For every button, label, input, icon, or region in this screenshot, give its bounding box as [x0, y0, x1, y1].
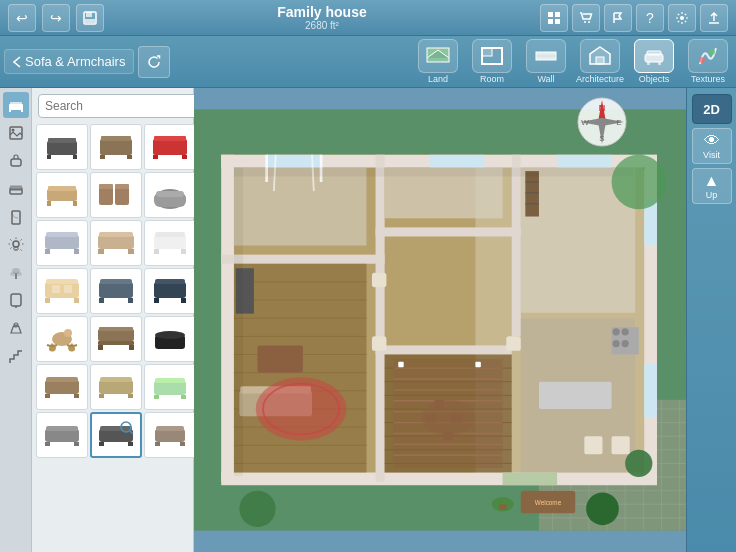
furniture-item[interactable]: [36, 220, 88, 266]
furniture-item[interactable]: [36, 124, 88, 170]
upload-button[interactable]: [700, 4, 728, 32]
furniture-item[interactable]: [36, 268, 88, 314]
sidebar-icon-picture[interactable]: [3, 120, 29, 146]
settings-button[interactable]: [668, 4, 696, 32]
up-button[interactable]: ▲ Up: [692, 168, 732, 204]
svg-rect-50: [154, 136, 186, 141]
tool-textures[interactable]: Textures: [684, 39, 732, 84]
furniture-row: [36, 364, 216, 410]
svg-rect-55: [47, 201, 51, 206]
svg-point-208: [256, 377, 347, 441]
furniture-item[interactable]: [90, 268, 142, 314]
svg-rect-113: [45, 442, 50, 446]
svg-rect-71: [128, 249, 134, 254]
tool-land[interactable]: Land: [414, 39, 462, 84]
svg-rect-221: [525, 171, 539, 216]
toolbar: Sofa & Armchairs Land Room: [0, 36, 736, 88]
redo-button[interactable]: ↪: [42, 4, 70, 32]
furniture-item[interactable]: [144, 172, 196, 218]
furniture-item[interactable]: [144, 220, 196, 266]
svg-point-20: [699, 57, 705, 63]
svg-rect-153: [376, 345, 385, 481]
furniture-row: [36, 316, 216, 362]
svg-rect-47: [100, 155, 105, 159]
svg-rect-6: [555, 19, 560, 24]
sidebar-icon-mirror[interactable]: [3, 288, 29, 314]
furniture-item[interactable]: [36, 316, 88, 362]
sidebar-icon-plant[interactable]: [3, 260, 29, 286]
svg-rect-82: [99, 282, 133, 298]
svg-rect-49: [153, 139, 187, 155]
save-button[interactable]: [76, 4, 104, 32]
svg-rect-72: [154, 235, 186, 249]
back-button[interactable]: Sofa & Armchairs: [4, 49, 134, 74]
tool-room[interactable]: Room: [468, 39, 516, 84]
flag-button[interactable]: [604, 4, 632, 32]
furniture-item[interactable]: [90, 172, 142, 218]
sidebar-icon-bed[interactable]: [3, 176, 29, 202]
svg-point-243: [598, 118, 606, 126]
tool-wall-label: Wall: [537, 74, 554, 84]
svg-rect-151: [512, 155, 521, 337]
furniture-item-selected[interactable]: [90, 412, 142, 458]
sidebar-icon-toys[interactable]: [3, 316, 29, 342]
sidebar-icon-bathroom[interactable]: [3, 148, 29, 174]
svg-rect-54: [48, 186, 76, 191]
sidebar-icon-sofa[interactable]: [3, 92, 29, 118]
furniture-item[interactable]: [36, 412, 88, 458]
help-button[interactable]: ?: [636, 4, 664, 32]
tool-wall[interactable]: Wall: [522, 39, 570, 84]
furniture-item[interactable]: [144, 364, 196, 410]
svg-rect-194: [557, 155, 611, 168]
svg-rect-233: [584, 436, 602, 454]
sidebar-icon-light[interactable]: [3, 232, 29, 258]
visit-button[interactable]: 👁 Visit: [692, 128, 732, 164]
svg-rect-114: [74, 442, 79, 446]
svg-rect-146: [221, 473, 657, 486]
cart-button[interactable]: [572, 4, 600, 32]
svg-rect-79: [74, 298, 79, 303]
furniture-item[interactable]: [144, 124, 196, 170]
svg-rect-64: [45, 235, 79, 249]
svg-rect-5: [548, 19, 553, 24]
furniture-item[interactable]: [144, 412, 196, 458]
tool-objects[interactable]: Objects: [630, 39, 678, 84]
svg-rect-105: [99, 394, 104, 398]
furniture-item[interactable]: [90, 364, 142, 410]
tool-architecture[interactable]: Architecture: [576, 39, 624, 84]
svg-rect-193: [430, 155, 484, 168]
tool-architecture-label: Architecture: [576, 74, 624, 84]
search-input[interactable]: [45, 99, 195, 113]
main-canvas[interactable]: Welcome: [194, 88, 686, 552]
up-icon: ▲: [704, 173, 720, 189]
svg-rect-107: [154, 381, 186, 395]
svg-rect-232: [499, 504, 506, 509]
furniture-item[interactable]: [90, 220, 142, 266]
svg-point-33: [13, 241, 19, 247]
furniture-item[interactable]: [144, 268, 196, 314]
svg-rect-80: [52, 285, 60, 293]
svg-rect-51: [153, 155, 158, 159]
view-2d-button[interactable]: 2D: [692, 94, 732, 124]
top-bar-right: ?: [540, 4, 728, 32]
svg-rect-57: [99, 187, 113, 205]
sidebar-icon-door[interactable]: [3, 204, 29, 230]
svg-rect-147: [221, 155, 234, 482]
search-bar[interactable]: ✕: [38, 94, 214, 118]
svg-rect-2: [85, 19, 95, 23]
undo-button[interactable]: ↩: [8, 4, 36, 32]
svg-point-9: [680, 16, 684, 20]
furniture-item[interactable]: [90, 124, 142, 170]
svg-rect-56: [73, 201, 77, 206]
furniture-item[interactable]: [144, 316, 196, 362]
tool-room-label: Room: [480, 74, 504, 84]
furniture-item[interactable]: [36, 172, 88, 218]
grid-button[interactable]: [540, 4, 568, 32]
svg-rect-42: [48, 138, 76, 143]
refresh-button[interactable]: [138, 46, 170, 78]
furniture-item[interactable]: [36, 364, 88, 410]
svg-point-207: [622, 340, 629, 347]
furniture-item[interactable]: [90, 316, 142, 362]
sidebar-icon-stairs[interactable]: [3, 344, 29, 370]
svg-point-228: [239, 491, 275, 527]
